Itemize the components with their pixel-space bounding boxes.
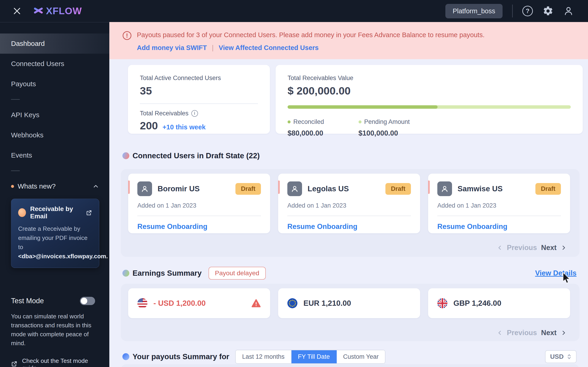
previous-button[interactable]: Previous [507, 244, 537, 252]
payout-delayed-badge: Payout delayed [208, 267, 266, 280]
external-link-icon[interactable] [86, 210, 92, 216]
reconciled-dot-icon [288, 120, 291, 123]
earnings-section-header: Earnings Summary Payout delayed View Det… [122, 267, 577, 279]
draft-status-badge: Draft [385, 183, 411, 195]
draft-section-title: Connected Users in Draft State (22) [132, 151, 260, 160]
connected-users-stat-card: Total Active Connected Users 35 Total Re… [128, 65, 270, 134]
banner-separator: | [212, 44, 214, 52]
xflow-logo-icon [33, 5, 44, 17]
user-account-icon[interactable] [563, 6, 574, 16]
main-content: ! Payouts paused for 3 of your Connected… [109, 22, 588, 367]
pending-value: $100,000.00 [359, 129, 410, 137]
resume-onboarding-link[interactable]: Resume Onboarding [437, 223, 561, 231]
previous-button[interactable]: Previous [507, 329, 537, 337]
eur-amount: EUR 1,210.00 [303, 299, 351, 308]
currency-select[interactable]: USD [545, 350, 577, 363]
reconciled-label: Reconciled [293, 118, 324, 125]
chevron-up-icon [92, 183, 99, 190]
topbar-divider [512, 5, 513, 17]
added-on-date: Added on 1 Jan 2023 [137, 202, 261, 209]
sidebar: Dashboard Connected Users Payouts API Ke… [0, 22, 109, 367]
sidebar-item-api-keys[interactable]: API Keys [0, 105, 109, 125]
card-divider [137, 216, 261, 216]
resume-onboarding-link[interactable]: Resume Onboarding [287, 223, 411, 231]
close-icon[interactable] [12, 6, 22, 16]
chevron-left-icon[interactable] [497, 245, 503, 251]
alert-circle-icon: ! [123, 31, 131, 40]
tab-custom-year[interactable]: Custom Year [337, 350, 385, 363]
draft-status-badge: Draft [536, 183, 561, 195]
section-gradient-dot-icon [122, 152, 129, 159]
whats-new-toggle[interactable]: Whats new? [0, 176, 109, 196]
chevron-left-icon[interactable] [497, 330, 503, 336]
promo-body: Create a Receivable by emailing your PDF… [18, 224, 92, 261]
tab-last-12-months[interactable]: Last 12 months [236, 350, 292, 363]
currency-select-value: USD [550, 353, 564, 360]
earnings-panel: - USD 1,200.00 EUR 1,210.00 GBP 1,246.00 [121, 284, 579, 341]
warning-triangle-icon[interactable] [251, 299, 261, 308]
sidebar-item-events[interactable]: Events [0, 145, 109, 165]
card-divider [437, 216, 561, 216]
payouts-paused-banner: ! Payouts paused for 3 of your Connected… [109, 22, 588, 59]
total-receivables-label: Total Receivables [140, 110, 189, 117]
test-mode-guide-link[interactable]: Check out the Test mode guide [11, 357, 99, 367]
added-on-date: Added on 1 Jan 2023 [437, 202, 561, 209]
payouts-summary-header: Your payouts Summary for Last 12 months … [122, 350, 577, 363]
legend-pending: Pending Amount $100,000.00 [359, 118, 410, 137]
draft-user-card: Legolas US Draft Added on 1 Jan 2023 Res… [278, 174, 420, 233]
external-link-icon [11, 361, 17, 367]
next-button[interactable]: Next [541, 329, 556, 337]
chevron-right-icon[interactable] [561, 245, 567, 251]
draft-pagination: Previous Next [497, 244, 567, 252]
sidebar-divider [11, 170, 20, 171]
add-money-swift-link[interactable]: Add money via SWIFT [137, 44, 207, 52]
receivables-value-label: Total Receivables Value [288, 75, 571, 82]
card-divider [287, 216, 411, 216]
help-icon[interactable]: ? [522, 6, 533, 16]
sidebar-item-dashboard[interactable]: Dashboard [0, 33, 109, 54]
card-accent-strip [128, 181, 130, 194]
card-accent-strip [428, 181, 430, 194]
test-mode-toggle[interactable] [80, 297, 95, 305]
view-details-link[interactable]: View Details [535, 269, 577, 277]
sidebar-divider [11, 99, 20, 100]
test-mode-description: You can simulate real world transactions… [11, 312, 99, 348]
earnings-card-usd: - USD 1,200.00 [128, 288, 270, 318]
user-avatar-icon [137, 181, 152, 196]
progress-reconciled [288, 105, 438, 109]
whats-new-promo-card[interactable]: Receivable by Email Create a Receivable … [11, 199, 99, 268]
us-flag-icon [137, 298, 147, 308]
payouts-summary-title: Your payouts Summary for [132, 352, 229, 361]
chevron-right-icon[interactable] [561, 330, 567, 336]
section-gradient-dot-icon [122, 270, 129, 277]
sidebar-item-payouts[interactable]: Payouts [0, 74, 109, 94]
uk-flag-icon [437, 298, 447, 308]
brand-logo[interactable]: XFLOW [33, 5, 82, 17]
test-mode-title: Test Mode [11, 297, 44, 305]
info-icon[interactable]: i [191, 110, 198, 117]
select-chevrons-icon [567, 353, 571, 360]
test-mode-section: Test Mode You can simulate real world tr… [11, 297, 99, 367]
legend-reconciled: Reconciled $80,000.00 [288, 118, 324, 137]
sidebar-item-webhooks[interactable]: Webhooks [0, 125, 109, 145]
draft-status-badge: Draft [235, 183, 261, 195]
period-tabs: Last 12 months FY Till Date Custom Year [235, 350, 385, 364]
sidebar-item-connected-users[interactable]: Connected Users [0, 54, 109, 74]
receivables-delta: +10 this week [162, 123, 206, 131]
tab-fy-till-date[interactable]: FY Till Date [292, 350, 337, 363]
resume-onboarding-link[interactable]: Resume Onboarding [137, 223, 261, 231]
draft-users-panel: Boromir US Draft Added on 1 Jan 2023 Res… [121, 169, 579, 257]
next-button[interactable]: Next [541, 244, 556, 252]
promo-title: Receivable by Email [30, 205, 86, 220]
settings-gear-icon[interactable] [543, 6, 553, 17]
promo-header: Receivable by Email [18, 205, 92, 220]
app-screen: XFLOW Platform_boss ? Dashboard Connecte… [0, 0, 588, 367]
view-affected-users-link[interactable]: View Affected Connected Users [219, 44, 319, 52]
payouts-summary-panel [121, 364, 579, 367]
pending-dot-icon [359, 120, 362, 123]
org-switcher-button[interactable]: Platform_boss [445, 4, 502, 18]
usd-amount: - USD 1,200.00 [153, 299, 206, 308]
reconciled-value: $80,000.00 [288, 129, 324, 137]
banner-actions: Add money via SWIFT | View Affected Conn… [137, 44, 319, 52]
user-avatar-icon [437, 181, 452, 196]
